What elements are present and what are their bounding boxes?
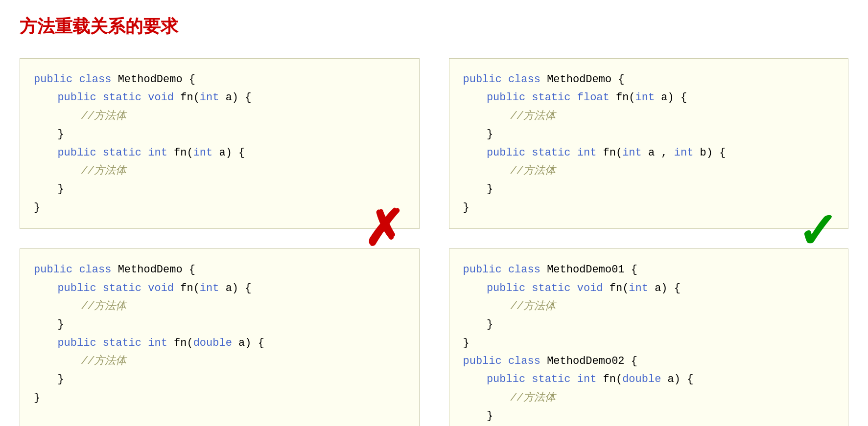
code-line: }	[34, 370, 405, 388]
code-line: //方法体	[463, 107, 835, 125]
code-line: //方法体	[34, 297, 405, 315]
code-line: public static void fn(int a) {	[463, 279, 835, 297]
code-line: public static int fn(int a , int b) {	[463, 144, 835, 162]
code-line: public class MethodDemo {	[463, 70, 835, 89]
code-line: public static float fn(int a) {	[463, 89, 835, 107]
code-line: }	[34, 315, 405, 334]
code-line: public class MethodDemo {	[34, 70, 405, 89]
code-line: public class MethodDemo02 {	[463, 352, 835, 370]
code-line: }	[463, 407, 835, 425]
code-line: }	[34, 199, 405, 217]
code-block-top-right: public class MethodDemo { public static …	[449, 58, 849, 229]
code-line: public static void fn(int a) {	[34, 279, 405, 297]
code-grid: public class MethodDemo { public static …	[20, 58, 848, 426]
page-title: 方法重载关系的要求	[20, 15, 848, 39]
valid-indicator: ✓	[797, 206, 838, 255]
code-block-top-left: public class MethodDemo { public static …	[20, 58, 420, 229]
code-line: }	[463, 315, 835, 334]
code-line: public static void fn(int a) {	[34, 89, 405, 107]
code-line: //方法体	[463, 162, 835, 180]
code-line: //方法体	[463, 389, 835, 407]
invalid-indicator: ✗	[363, 204, 404, 253]
code-line: public class MethodDemo {	[34, 261, 405, 279]
code-line: }	[34, 389, 405, 407]
code-line: public static int fn(double a) {	[463, 370, 835, 388]
code-line: }	[463, 199, 835, 217]
code-line: public static int fn(int a) {	[34, 144, 405, 162]
code-line: public class MethodDemo01 {	[463, 261, 835, 279]
code-line: //方法体	[34, 352, 405, 370]
code-line: }	[34, 125, 405, 143]
code-block-bottom-left: public class MethodDemo { public static …	[20, 248, 420, 426]
code-line: }	[463, 334, 835, 352]
code-line: //方法体	[463, 297, 835, 315]
code-line: }	[34, 180, 405, 198]
code-line: //方法体	[34, 162, 405, 180]
code-line: public static int fn(double a) {	[34, 334, 405, 352]
code-line: //方法体	[34, 107, 405, 125]
code-line: }	[463, 180, 835, 198]
code-line: }	[463, 125, 835, 143]
code-block-bottom-right: public class MethodDemo01 { public stati…	[449, 248, 849, 426]
